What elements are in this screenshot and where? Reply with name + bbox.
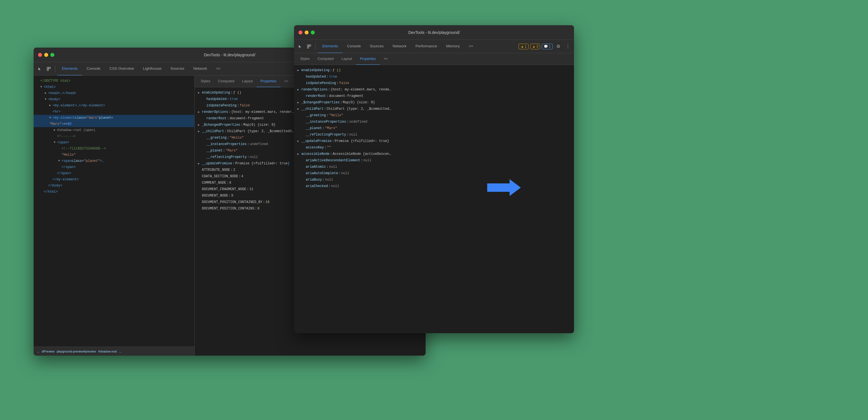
toolbar-right-front: ▲ 1 ▲ 3 💬 1 ⚙ ⋮	[519, 42, 572, 51]
fp-row-hasUpdated: ▶ hasUpdated : true	[294, 73, 574, 80]
devtools-window-front: DevTools - lit.dev/playground/ Elements …	[294, 25, 574, 333]
prop-triangle-updatePromise[interactable]: ▶	[198, 161, 202, 167]
tab-network-front[interactable]: Network	[388, 40, 411, 53]
tab-more-front[interactable]: >>	[464, 40, 478, 53]
fp-row-isUpdatePending: ▶ isUpdatePending : false	[294, 80, 574, 87]
arrow-indicator	[487, 179, 521, 197]
fp-row-changedProperties[interactable]: ▶ _$changedProperties : Map(0) {size: 0}	[294, 99, 574, 106]
settings-icon-front[interactable]: ⚙	[554, 42, 562, 51]
prop-triangle-enableUpdating[interactable]: ▶	[198, 90, 202, 96]
tab-sources-front[interactable]: Sources	[365, 40, 389, 53]
warning-badge-front[interactable]: ▲ 1	[519, 44, 529, 49]
main-content-front: Styles Computed Layout Properties >> ▶ e…	[294, 53, 574, 333]
message-badge-front[interactable]: 💬 1	[542, 44, 553, 49]
panel-tab-computed-back[interactable]: Computed	[214, 76, 238, 87]
tab-performance-front[interactable]: Performance	[411, 40, 441, 53]
fp-row-updatePromise[interactable]: ▶ __updatePromise : Promise {<fulfilled>…	[294, 138, 574, 145]
dom-line-my-element-2[interactable]: ▼ <my-element class="mars" planet=	[34, 115, 194, 121]
dom-line-hello: ▶ "Hello"	[34, 152, 194, 158]
inspect-icon[interactable]	[45, 65, 53, 73]
fp-triangle-updatePromise[interactable]: ▶	[297, 138, 301, 144]
tab-more-back[interactable]: >>	[212, 62, 225, 76]
dom-line-my-element-1[interactable]: ▶ <my-element>…</my-element>	[34, 102, 194, 109]
breadcrumb-more[interactable]: ...	[37, 350, 39, 353]
tab-elements-front[interactable]: Elements	[318, 40, 342, 53]
fp-triangle-childPart[interactable]: ▶	[297, 106, 301, 112]
cursor-icon-front[interactable]	[296, 42, 304, 51]
breadcrumb-end[interactable]: ...	[119, 350, 122, 353]
dom-panel: <!DOCTYPE html> ▼ <html> ▶ <head>…</head…	[34, 76, 195, 356]
traffic-lights-back	[38, 53, 54, 57]
svg-rect-1	[49, 67, 51, 69]
dom-line-span-planet[interactable]: ▼ <span class="planet">…	[34, 158, 194, 164]
fp-row-ariaChecked: ▶ ariaChecked : null	[294, 183, 574, 189]
dom-line-my-element-close: ▶ </my-element>	[34, 176, 194, 183]
close-button-back[interactable]	[38, 53, 42, 57]
minimize-button-front[interactable]	[305, 31, 309, 34]
tab-memory-front[interactable]: Memory	[441, 40, 464, 53]
toolbar-front: Elements Console Sources Network Perform…	[294, 40, 574, 53]
panel-tab-styles-front[interactable]: Styles	[296, 53, 314, 65]
fp-row-enableUpdating[interactable]: ▶ enableUpdating : ƒ ()	[294, 67, 574, 73]
fp-row-planet: ▶ __planet : "Mars"	[294, 125, 574, 131]
tab-console-back[interactable]: Console	[82, 62, 105, 76]
panel-tab-more-back[interactable]: >>	[280, 76, 292, 87]
panel-tab-layout-front[interactable]: Layout	[338, 53, 356, 65]
cursor-icon[interactable]	[36, 65, 44, 73]
svg-rect-6	[307, 47, 309, 48]
panel-tab-properties-front[interactable]: Properties	[356, 53, 380, 65]
prop-triangle-changedProperties[interactable]: ▶	[198, 122, 202, 128]
properties-panel-front: Styles Computed Layout Properties >> ▶ e…	[294, 53, 574, 333]
panel-tab-computed-front[interactable]: Computed	[314, 53, 338, 65]
panel-tab-properties-back[interactable]: Properties	[256, 76, 280, 87]
svg-rect-5	[309, 45, 311, 46]
fp-triangle-changedProperties[interactable]: ▶	[297, 100, 301, 106]
fp-triangle-enableUpdating[interactable]: ▶	[297, 67, 301, 73]
fp-row-renderRoot: ▶ renderRoot : document-fragment	[294, 93, 574, 99]
panel-tabs-front: Styles Computed Layout Properties >>	[294, 53, 574, 65]
svg-rect-4	[307, 45, 309, 46]
fp-row-childPart[interactable]: ▶ __childPart : ChildPart {type: 2, _$co…	[294, 106, 574, 112]
tab-list-front: Elements Console Sources Network Perform…	[318, 40, 518, 53]
fp-row-greeting: ▶ __greeting : "Hello"	[294, 112, 574, 119]
dom-line-shadow-root[interactable]: ▶ #shadow-root (open)	[34, 127, 194, 133]
tab-console-front[interactable]: Console	[342, 40, 365, 53]
toolbar-divider-front	[315, 43, 316, 50]
prop-triangle-childPart[interactable]: ▶	[198, 128, 202, 134]
dom-line-span-1[interactable]: ▼ <span>	[34, 140, 194, 146]
tab-css-overview-back[interactable]: CSS Overview	[105, 62, 138, 76]
dom-line-hr[interactable]: ▶ <hr>	[34, 109, 194, 115]
breadcrumb-shadow-root[interactable]: #shadow-root	[98, 350, 117, 353]
dom-line-head[interactable]: ▶ <head>…</head>	[34, 90, 194, 96]
fp-triangle-accessibleNode[interactable]: ▶	[297, 151, 301, 157]
minimize-button-back[interactable]	[44, 53, 48, 57]
close-button-front[interactable]	[299, 31, 302, 34]
dom-line-body[interactable]: ▼ <body>	[34, 96, 194, 102]
properties-content-front[interactable]: ▶ enableUpdating : ƒ () ▶ hasUpdated : t…	[294, 65, 574, 333]
fp-row-accessibleNode[interactable]: ▶ accessibleNode : AccessibleNode {activ…	[294, 151, 574, 157]
window-title-front: DevTools - lit.dev/playground/	[299, 30, 569, 35]
fp-row-accessKey: ▶ accessKey : ""	[294, 145, 574, 151]
tab-sources-back[interactable]: Sources	[166, 62, 189, 76]
dom-tree[interactable]: <!DOCTYPE html> ▼ <html> ▶ <head>…</head…	[34, 76, 194, 347]
breadcrumb-dpreview[interactable]: dPreview	[42, 350, 54, 353]
dom-line-doctype: <!DOCTYPE html>	[34, 78, 194, 84]
maximize-button-front[interactable]	[311, 31, 315, 34]
fp-row-ariaAutoComplete: ▶ ariaAutoComplete : null	[294, 170, 574, 177]
panel-tab-layout-back[interactable]: Layout	[238, 76, 257, 87]
dom-line-html[interactable]: ▼ <html>	[34, 84, 194, 90]
fp-row-renderOptions[interactable]: ▶ renderOptions : {host: my-element.mars…	[294, 87, 574, 93]
tab-elements-back[interactable]: Elements	[57, 62, 82, 76]
panel-tab-styles-back[interactable]: Styles	[197, 76, 214, 87]
svg-rect-2	[47, 69, 49, 70]
panel-tab-more-front[interactable]: >>	[380, 53, 392, 65]
more-icon-front[interactable]: ⋮	[564, 42, 572, 51]
tab-network-back[interactable]: Network	[189, 62, 212, 76]
prop-triangle-renderOptions[interactable]: ▶	[198, 109, 202, 115]
warning-badge-front-2[interactable]: ▲ 3	[530, 44, 540, 49]
inspect-icon-front[interactable]	[305, 42, 313, 51]
breadcrumb-preview[interactable]: playground-preview#preview	[57, 350, 96, 353]
fp-triangle-renderOptions[interactable]: ▶	[297, 87, 301, 93]
maximize-button-back[interactable]	[51, 53, 54, 57]
tab-lighthouse-back[interactable]: Lighthouse	[138, 62, 166, 76]
